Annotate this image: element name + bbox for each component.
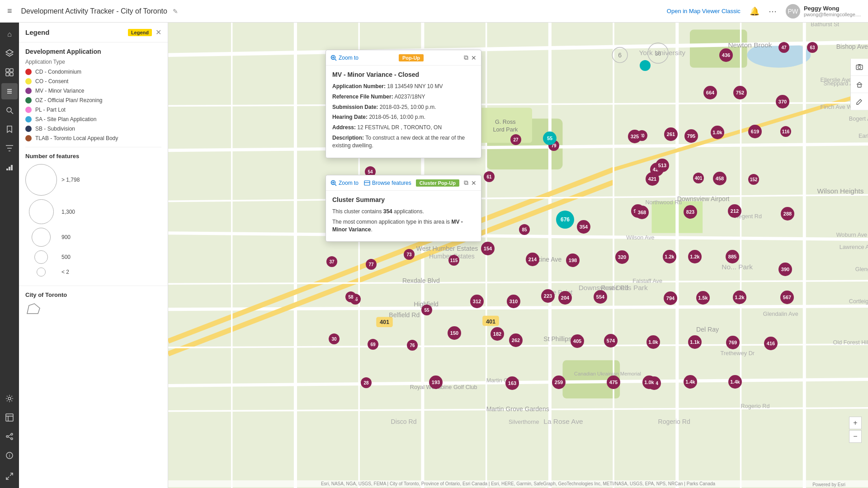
map-marker[interactable]: 77 — [366, 259, 377, 270]
table-icon[interactable] — [1, 409, 18, 426]
map-marker[interactable]: 150 — [448, 326, 461, 340]
pencil-tool[interactable] — [851, 93, 868, 110]
map-marker[interactable]: 55 — [543, 131, 557, 145]
map-marker[interactable]: 619 — [748, 125, 762, 138]
map-marker[interactable]: 69 — [368, 339, 378, 350]
search-icon[interactable] — [1, 102, 18, 118]
map-marker[interactable]: 416 — [764, 337, 778, 350]
map-marker[interactable]: 1.2k — [733, 291, 746, 304]
map-marker[interactable]: 320 — [615, 250, 629, 264]
map-marker[interactable]: 1.1k — [688, 335, 702, 349]
map-marker[interactable]: 261 — [664, 127, 678, 141]
map-marker[interactable]: 30 — [329, 333, 340, 344]
map-marker[interactable]: 116 — [780, 126, 791, 137]
edit-icon[interactable]: ✎ — [173, 8, 178, 15]
map-marker[interactable]: 405 — [571, 334, 584, 348]
cluster-zoom-button[interactable]: Zoom to — [330, 180, 359, 186]
map-marker[interactable]: 214 — [526, 253, 539, 266]
map-marker[interactable]: 475 — [607, 375, 620, 389]
bookmark-icon[interactable] — [1, 121, 18, 137]
map-marker[interactable]: 823 — [684, 205, 697, 219]
cluster-copy-button[interactable]: ⧉ — [464, 179, 468, 187]
map-marker[interactable]: 76 — [407, 340, 418, 351]
map-marker[interactable]: 182 — [491, 327, 504, 341]
map-marker[interactable]: 1.4k — [728, 375, 742, 389]
zoom-out-button[interactable]: − — [849, 430, 862, 443]
map-marker[interactable]: 390 — [778, 263, 792, 276]
map-marker[interactable]: 436 — [719, 48, 733, 62]
map-marker[interactable]: 370 — [776, 95, 789, 108]
map-marker[interactable] — [640, 60, 651, 71]
map-marker[interactable]: 193 — [429, 375, 443, 389]
filter-icon[interactable] — [1, 140, 18, 156]
bell-icon[interactable]: 🔔 — [750, 6, 760, 16]
map-marker[interactable]: 325 — [628, 130, 642, 143]
map-marker[interactable]: 47 — [778, 42, 789, 53]
map-marker[interactable]: 354 — [577, 220, 590, 234]
classic-link[interactable]: Open in Map Viewer Classic — [667, 8, 741, 14]
map-marker[interactable]: 1.5k — [696, 291, 710, 305]
map-marker[interactable]: 27 — [510, 134, 521, 145]
map-marker[interactable]: 73 — [404, 249, 415, 260]
map-marker[interactable]: 115 — [448, 255, 459, 266]
share-icon[interactable] — [1, 428, 18, 445]
popup-close-button[interactable]: ✕ — [471, 54, 476, 61]
map-marker[interactable]: 795 — [684, 129, 698, 143]
map-marker[interactable]: 554 — [594, 290, 607, 304]
map-marker[interactable]: 574 — [604, 334, 618, 347]
map-marker[interactable]: 28 — [361, 377, 372, 388]
map-marker[interactable]: 676 — [556, 211, 574, 229]
map-marker[interactable]: 259 — [552, 375, 566, 389]
map-marker[interactable]: 567 — [780, 291, 794, 304]
map-marker[interactable]: 163 — [505, 376, 519, 390]
map-marker[interactable]: 1.2k — [688, 250, 702, 263]
map-marker[interactable]: 310 — [507, 295, 520, 308]
zoom-in-button[interactable]: + — [849, 417, 862, 429]
hamburger-icon[interactable]: ≡ — [7, 6, 12, 16]
popup-zoom-button[interactable]: Zoom to — [330, 55, 359, 61]
map-marker[interactable]: 1.0k — [711, 126, 724, 139]
map-marker[interactable]: 154 — [481, 242, 495, 255]
map-marker[interactable]: 312 — [470, 295, 484, 308]
popup-copy-button[interactable]: ⧉ — [464, 54, 468, 61]
cluster-browse-button[interactable]: Browse features — [364, 180, 411, 186]
map-marker[interactable]: 794 — [664, 291, 677, 305]
map-marker[interactable]: 1.4k — [684, 375, 697, 389]
map-marker[interactable]: 198 — [566, 253, 580, 267]
map-marker[interactable]: 288 — [781, 207, 794, 221]
user-menu[interactable]: PW Peggy Wong pwong@flemingcollege.... — [786, 4, 861, 19]
grid-icon[interactable]: ⋯ — [769, 6, 777, 16]
map-marker[interactable]: 664 — [703, 86, 717, 99]
home-icon[interactable]: ⌂ — [1, 26, 18, 42]
basemap-icon[interactable] — [1, 64, 18, 80]
chart-icon[interactable] — [1, 159, 18, 175]
map-marker[interactable]: 63 — [807, 42, 818, 53]
map-marker[interactable]: 262 — [509, 333, 523, 347]
settings-icon[interactable] — [1, 390, 18, 407]
info-icon[interactable]: i — [1, 447, 18, 464]
layers-icon[interactable] — [1, 45, 18, 61]
map-marker[interactable]: 769 — [726, 336, 740, 349]
map-marker[interactable]: 55 — [421, 305, 432, 315]
map-marker[interactable]: 368 — [635, 206, 649, 219]
map-marker[interactable]: 1.0k — [642, 375, 656, 389]
expand-icon[interactable] — [1, 468, 18, 484]
map-marker[interactable]: 152 — [748, 174, 759, 185]
map-marker[interactable]: 1.0k — [646, 335, 660, 349]
map-marker[interactable]: 421 — [646, 172, 659, 186]
map-marker[interactable]: 58 — [345, 291, 356, 302]
legend-close-button[interactable]: ✕ — [156, 28, 161, 37]
map-marker[interactable]: 204 — [558, 291, 572, 305]
map-marker[interactable]: 85 — [519, 224, 530, 235]
home-tool[interactable] — [851, 76, 868, 93]
map-marker[interactable]: 513 — [656, 159, 669, 172]
map-marker[interactable]: 752 — [733, 86, 747, 99]
map-marker[interactable]: 458 — [713, 172, 726, 185]
map-marker[interactable]: 885 — [726, 250, 739, 263]
map-marker[interactable]: 61 — [484, 171, 495, 182]
legend-icon[interactable] — [1, 83, 18, 99]
map-marker[interactable]: 212 — [728, 204, 741, 218]
map-marker[interactable]: 1.2k — [663, 250, 676, 263]
cluster-close-button[interactable]: ✕ — [471, 179, 476, 187]
map-marker[interactable]: 37 — [326, 256, 337, 267]
